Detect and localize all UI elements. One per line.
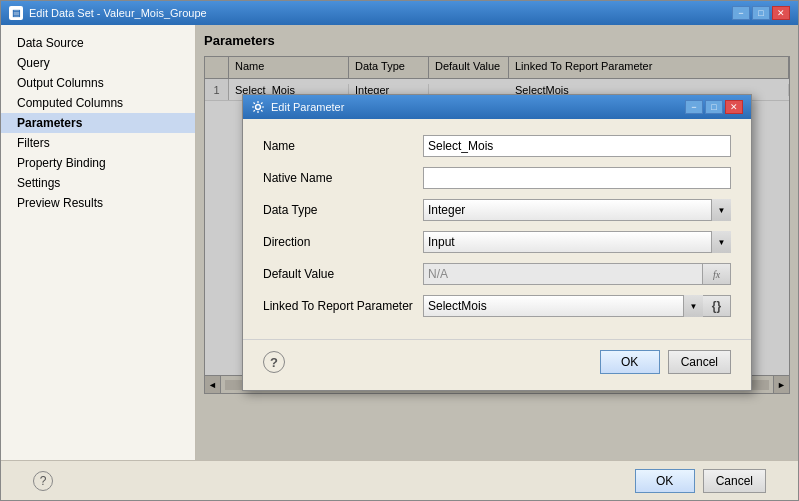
- dialog-title-controls: − □ ✕: [685, 100, 743, 114]
- dialog-help-icon[interactable]: ?: [263, 351, 285, 373]
- sidebar-item-data-source[interactable]: Data Source: [1, 33, 195, 53]
- dialog-content: Name Native Name Data Type: [243, 119, 751, 333]
- linked-input-group: SelectMois (None) ▼ {}: [423, 295, 731, 317]
- form-row-name: Name: [263, 135, 731, 157]
- dialog-ok-button[interactable]: OK: [600, 350, 660, 374]
- form-row-default-value: Default Value fx: [263, 263, 731, 285]
- outer-window: ▤ Edit Data Set - Valeur_Mois_Groupe − □…: [0, 0, 799, 501]
- form-row-native-name: Native Name: [263, 167, 731, 189]
- form-row-linked: Linked To Report Parameter SelectMois (N…: [263, 295, 731, 317]
- dialog-title-bar: Edit Parameter − □ ✕: [243, 95, 751, 119]
- outer-close-button[interactable]: ✕: [772, 6, 790, 20]
- fx-button[interactable]: fx: [703, 263, 731, 285]
- direction-select[interactable]: Input Output InputOutput: [423, 231, 731, 253]
- native-name-label: Native Name: [263, 171, 423, 185]
- outer-help-icon[interactable]: ?: [33, 471, 53, 491]
- sidebar-item-query[interactable]: Query: [1, 53, 195, 73]
- dialog-cancel-button[interactable]: Cancel: [668, 350, 731, 374]
- default-value-input[interactable]: [423, 263, 703, 285]
- sidebar-item-filters[interactable]: Filters: [1, 133, 195, 153]
- sidebar-item-property-binding[interactable]: Property Binding: [1, 153, 195, 173]
- sidebar-item-settings[interactable]: Settings: [1, 173, 195, 193]
- linked-select-wrapper: SelectMois (None) ▼: [423, 295, 703, 317]
- native-name-input[interactable]: [423, 167, 731, 189]
- linked-label: Linked To Report Parameter: [263, 299, 423, 313]
- dialog-close-button[interactable]: ✕: [725, 100, 743, 114]
- edit-parameter-dialog: Edit Parameter − □ ✕ Name: [242, 94, 752, 391]
- dialog-bottom-section: ? OK Cancel: [243, 339, 751, 390]
- outer-title-bar-left: ▤ Edit Data Set - Valeur_Mois_Groupe: [9, 6, 207, 20]
- dialog-minimize-button[interactable]: −: [685, 100, 703, 114]
- sidebar-item-parameters[interactable]: Parameters: [1, 113, 195, 133]
- outer-restore-button[interactable]: □: [752, 6, 770, 20]
- outer-ok-button[interactable]: OK: [635, 469, 695, 493]
- outer-content: Data Source Query Output Columns Compute…: [1, 25, 798, 460]
- name-input[interactable]: [423, 135, 731, 157]
- form-row-data-type: Data Type Integer String Date Float Bool…: [263, 199, 731, 221]
- default-value-group: fx: [423, 263, 731, 285]
- direction-label: Direction: [263, 235, 423, 249]
- dataset-icon: ▤: [9, 6, 23, 20]
- data-type-label: Data Type: [263, 203, 423, 217]
- data-type-select-wrapper: Integer String Date Float Boolean ▼: [423, 199, 731, 221]
- direction-select-wrapper: Input Output InputOutput ▼: [423, 231, 731, 253]
- sidebar-item-output-columns[interactable]: Output Columns: [1, 73, 195, 93]
- default-value-label: Default Value: [263, 267, 423, 281]
- data-type-select[interactable]: Integer String Date Float Boolean: [423, 199, 731, 221]
- svg-point-0: [256, 105, 261, 110]
- outer-cancel-button[interactable]: Cancel: [703, 469, 766, 493]
- outer-title-controls: − □ ✕: [732, 6, 790, 20]
- sidebar-item-preview-results[interactable]: Preview Results: [1, 193, 195, 213]
- name-label: Name: [263, 139, 423, 153]
- form-row-direction: Direction Input Output InputOutput ▼: [263, 231, 731, 253]
- main-panel: Parameters Name Data Type Default Value …: [196, 25, 798, 460]
- modal-overlay: Edit Parameter − □ ✕ Name: [196, 25, 798, 460]
- linked-select[interactable]: SelectMois (None): [423, 295, 703, 317]
- braces-button[interactable]: {}: [703, 295, 731, 317]
- sidebar: Data Source Query Output Columns Compute…: [1, 25, 196, 460]
- gear-icon: [251, 100, 265, 114]
- outer-action-buttons: OK Cancel: [635, 469, 766, 493]
- outer-title-bar: ▤ Edit Data Set - Valeur_Mois_Groupe − □…: [1, 1, 798, 25]
- dialog-title-left: Edit Parameter: [251, 100, 344, 114]
- sidebar-item-computed-columns[interactable]: Computed Columns: [1, 93, 195, 113]
- dialog-title-text: Edit Parameter: [271, 101, 344, 113]
- outer-window-title: Edit Data Set - Valeur_Mois_Groupe: [29, 7, 207, 19]
- outer-minimize-button[interactable]: −: [732, 6, 750, 20]
- outer-bottom-bar: ? OK Cancel: [1, 460, 798, 500]
- dialog-restore-button[interactable]: □: [705, 100, 723, 114]
